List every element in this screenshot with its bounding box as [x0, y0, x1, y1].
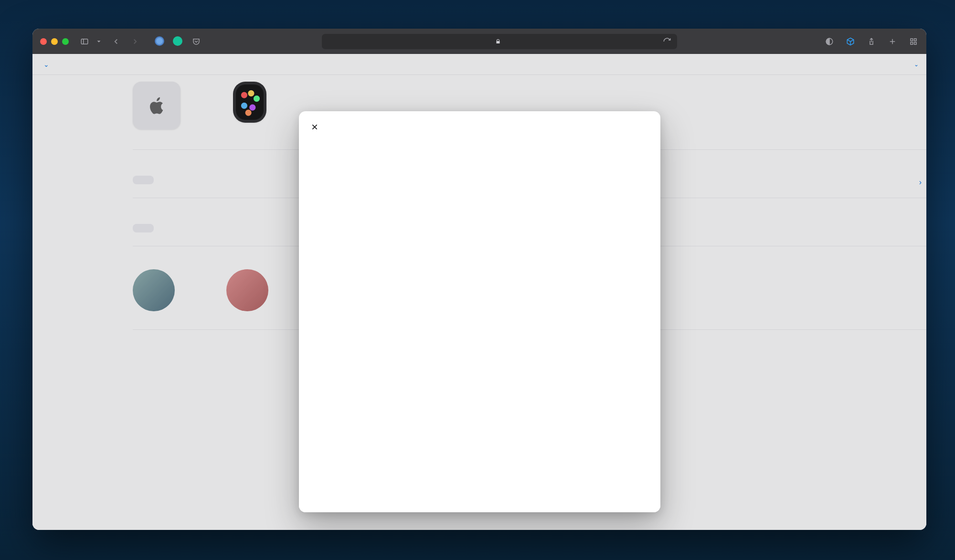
- safari-window: ⌄ ⌄: [32, 29, 926, 530]
- zoom-window[interactable]: [62, 38, 69, 45]
- svg-rect-8: [914, 42, 917, 44]
- svg-rect-0: [81, 39, 88, 44]
- back-button[interactable]: [111, 36, 121, 47]
- pocket-extension-icon[interactable]: [191, 36, 202, 47]
- window-controls: [40, 38, 69, 45]
- titlebar: [32, 29, 926, 54]
- extension-cube-icon[interactable]: [845, 36, 856, 47]
- hide-my-email-modal: [299, 111, 660, 512]
- privacy-report-icon[interactable]: [824, 36, 835, 47]
- share-icon[interactable]: [866, 36, 877, 47]
- minimize-window[interactable]: [51, 38, 58, 45]
- new-tab-icon[interactable]: [887, 36, 898, 47]
- svg-rect-6: [914, 39, 917, 41]
- svg-rect-5: [911, 39, 913, 41]
- modal-wrap: [32, 54, 926, 530]
- forward-button[interactable]: [130, 36, 140, 47]
- extension-icon[interactable]: [155, 36, 164, 46]
- grammarly-extension-icon[interactable]: [173, 36, 182, 46]
- svg-rect-7: [911, 42, 913, 44]
- tab-group-chevron-icon[interactable]: [96, 36, 102, 47]
- sidebar-toggle-icon[interactable]: [79, 36, 90, 47]
- page-content: ⌄ ⌄: [32, 54, 926, 530]
- reload-icon[interactable]: [662, 36, 672, 47]
- email-list[interactable]: [299, 111, 660, 512]
- address-bar[interactable]: [322, 34, 677, 49]
- close-window[interactable]: [40, 38, 47, 45]
- tabs-icon[interactable]: [908, 36, 919, 47]
